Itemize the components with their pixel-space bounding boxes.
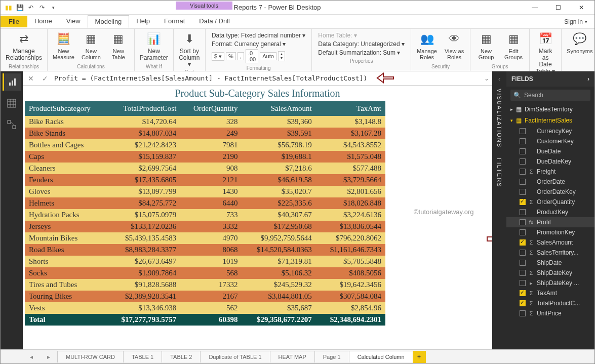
field-item[interactable]: OrderDate — [506, 177, 594, 187]
field-checkbox[interactable] — [520, 209, 526, 215]
comma-button[interactable]: , — [237, 52, 244, 60]
commit-formula-button[interactable]: ✓ — [40, 74, 50, 83]
table-row[interactable]: Caps$15,159.8372190$19,688.1$1,575.048 — [25, 151, 385, 163]
field-item[interactable]: PromotionKey — [506, 227, 594, 237]
table-row[interactable]: Bike Racks$14,720.64328$39,360$3,148.8 — [25, 116, 385, 128]
expand-pane-icon[interactable]: ‹ — [498, 75, 500, 83]
field-checkbox[interactable] — [520, 138, 526, 144]
default-summarization-dropdown[interactable]: Default Summarization: Sum ▾ — [318, 49, 405, 56]
table-row[interactable]: Bike Stands$14,807.034249$39,591$3,167.2… — [25, 128, 385, 139]
field-checkbox[interactable] — [520, 280, 526, 286]
table-row[interactable]: Shorts$26,673.64971019$71,319.81$5,705.5… — [25, 256, 385, 267]
new-group-button[interactable]: ▦NewGroup — [473, 30, 499, 61]
new-table-button[interactable]: ▦NewTable — [106, 30, 131, 61]
field-item[interactable]: ShipDate — [506, 258, 594, 268]
column-header[interactable]: OrderQuantity — [180, 101, 242, 116]
field-checkbox[interactable] — [520, 148, 526, 154]
model-view-button[interactable] — [3, 116, 21, 133]
edit-groups-button[interactable]: ▦EditGroups — [501, 30, 526, 61]
table-row[interactable]: Fenders$17,435.68052121$46,619.58$3,729.… — [25, 174, 385, 186]
table-row[interactable]: Cleaners$2,699.7564908$7,218.6$577.488 — [25, 163, 385, 174]
format-dropdown[interactable]: Format: Currency general ▾ — [212, 41, 305, 48]
field-checkbox[interactable] — [520, 219, 526, 225]
view as-roles-button[interactable]: 👁View asRoles — [442, 30, 467, 61]
field-checkbox[interactable] — [520, 189, 526, 195]
field-checkbox[interactable] — [520, 179, 526, 185]
field-checkbox[interactable] — [520, 290, 526, 296]
field-checkbox[interactable] — [520, 158, 526, 165]
close-button[interactable]: ✕ — [570, 1, 592, 14]
field-item[interactable]: ΣShipDateKey — [506, 268, 594, 278]
field-item[interactable]: DueDate — [506, 146, 594, 156]
table-row[interactable]: Helmets$84,275.7726440$225,335.6$18,026.… — [25, 197, 385, 209]
field-item[interactable]: ΣFreight — [506, 167, 594, 177]
mark-as-date-table-button[interactable]: 📅Mark asDate Table ▾ — [533, 30, 558, 76]
table-row[interactable]: Road Bikes$8,983,284.33778068$14,520,584… — [25, 244, 385, 256]
field-checkbox[interactable] — [520, 260, 526, 266]
filters-pane-collapsed[interactable]: FILTERS — [496, 154, 502, 191]
field-checkbox[interactable] — [520, 300, 526, 306]
field-checkbox[interactable] — [520, 128, 526, 134]
table-row[interactable]: Hydration Packs$15,075.0979733$40,307.67… — [25, 209, 385, 221]
fields-search-input[interactable]: 🔍Search — [510, 90, 590, 101]
table-row[interactable]: Socks$1,909.7864568$5,106.32$408.5056 — [25, 267, 385, 279]
column-header[interactable]: TaxAmt — [316, 101, 385, 116]
field-item[interactable]: ΣTaxAmt — [506, 288, 594, 298]
column-header[interactable]: TotalProductCost — [106, 101, 180, 116]
menu-home[interactable]: Home — [27, 15, 59, 28]
menu-modeling[interactable]: Modeling — [88, 15, 130, 28]
cancel-formula-button[interactable]: ✕ — [26, 74, 36, 83]
sheet-tab[interactable]: HEAT MAP — [270, 351, 315, 362]
data-category-dropdown[interactable]: Data Category: Uncategorized ▾ — [318, 41, 405, 48]
datatype-dropdown[interactable]: Data type: Fixed decimal number ▾ — [212, 32, 305, 39]
sort-by-column-button[interactable]: ⬇Sort byColumn ▾ — [177, 30, 202, 69]
menu-view[interactable]: View — [59, 15, 88, 28]
field-item[interactable]: DueDateKey — [506, 156, 594, 167]
visualizations-pane-collapsed[interactable]: VISUALIZATIONS — [496, 85, 502, 152]
fields-table[interactable]: ▸▦DimSalesTerritory — [506, 104, 594, 115]
table-row[interactable]: Mountain Bikes$5,439,135.45834970$9,952,… — [25, 232, 385, 244]
manage-relationships-button[interactable]: ⇄ManageRelationships — [4, 30, 44, 62]
column-header[interactable]: ProductSubcategory — [25, 101, 106, 116]
formula-input[interactable] — [54, 74, 480, 82]
column-header[interactable]: SalesAmount — [242, 101, 316, 116]
field-checkbox[interactable] — [520, 199, 526, 205]
field-item[interactable]: ΣUnitPrice — [506, 308, 594, 318]
formula-dropdown-icon[interactable]: ⌄ — [484, 75, 489, 82]
field-item[interactable]: fxProfit — [506, 217, 594, 227]
field-item[interactable]: CurrencyKey — [506, 126, 594, 136]
currency-button[interactable]: $ ▾ — [212, 52, 224, 61]
sheet-tab[interactable]: TABLE 2 — [162, 351, 201, 362]
field-item[interactable]: ΣOrderQuantity — [506, 197, 594, 207]
sign-in-button[interactable]: Sign in▾ — [557, 16, 594, 27]
decimal-button[interactable]: .0.00 — [246, 49, 258, 63]
data-table[interactable]: ProductSubcategoryTotalProductCostOrderQ… — [25, 101, 385, 326]
tabs-next-button[interactable]: ▸ — [40, 353, 57, 360]
fields-table[interactable]: ▾▦FactInternetSales — [506, 115, 594, 126]
sheet-tab[interactable]: TABLE 1 — [123, 351, 162, 362]
fields-header[interactable]: FIELDS› — [506, 71, 594, 87]
table-row[interactable]: Touring Bikes$2,389,928.35412167$3,844,8… — [25, 291, 385, 302]
field-item[interactable]: ▸ShipDateKey ... — [506, 278, 594, 288]
manage-roles-button[interactable]: 👥ManageRoles — [414, 30, 440, 61]
save-icon[interactable]: 💾 — [16, 4, 24, 12]
tabs-prev-button[interactable]: ◂ — [23, 353, 40, 360]
menu-format[interactable]: Format — [157, 15, 192, 28]
data-view-button[interactable] — [3, 95, 21, 112]
table-row[interactable]: Jerseys$133,172.02363332$172,950.68$13,8… — [25, 221, 385, 232]
percent-button[interactable]: % — [226, 52, 236, 60]
maximize-button[interactable]: ☐ — [547, 1, 569, 14]
field-checkbox[interactable] — [520, 239, 526, 246]
sheet-tab[interactable]: MULTI-ROW CARD — [57, 351, 124, 362]
field-item[interactable]: ΣSalesTerritory... — [506, 248, 594, 258]
file-menu[interactable]: File — [1, 16, 27, 27]
field-checkbox[interactable] — [520, 310, 526, 316]
spinner-button[interactable]: ▴▾ — [278, 51, 285, 61]
field-item[interactable]: ΣTotalProductC... — [506, 298, 594, 308]
field-item[interactable]: CustomerKey — [506, 136, 594, 146]
table-row[interactable]: Tires and Tubes$91,828.568817332$245,529… — [25, 279, 385, 291]
field-item[interactable]: ΣSalesAmount — [506, 237, 594, 248]
new-column-button[interactable]: ▦NewColumn — [78, 30, 104, 61]
add-page-button[interactable]: + — [413, 351, 426, 363]
home-table-dropdown[interactable]: Home Table: ▾ — [318, 32, 405, 39]
